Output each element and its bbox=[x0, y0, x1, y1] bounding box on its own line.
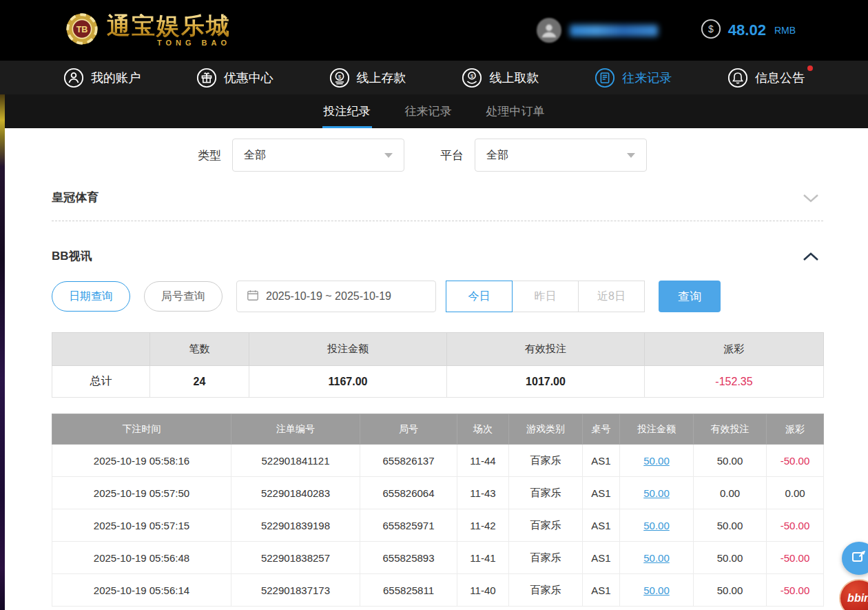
main-content: 类型 全部 平台 全部 皇冠体育 BB视讯 日期查询 局号查询 bbox=[0, 139, 868, 607]
detail-col-payout: 派彩 bbox=[767, 414, 824, 445]
logo-subtitle: TONG BAO bbox=[157, 39, 231, 47]
cell-round-no: 655826137 bbox=[360, 445, 457, 477]
sub-nav: 投注纪录 往来记录 处理中订单 bbox=[0, 94, 868, 128]
nav-item-my-account[interactable]: 我的账户 bbox=[63, 68, 141, 88]
balance-display[interactable]: $ 48.02 RMB bbox=[701, 19, 796, 42]
tab-bet-records[interactable]: 投注纪录 bbox=[322, 94, 372, 128]
cell-bet-amount: 50.00 bbox=[620, 477, 694, 509]
summary-col-blank bbox=[52, 333, 150, 366]
user-icon bbox=[63, 68, 84, 88]
summary-col-payout: 派彩 bbox=[645, 333, 824, 366]
total-label: 总计 bbox=[52, 366, 150, 398]
main-nav: 我的账户 优惠中心 $ 线上存款 bbox=[0, 61, 868, 94]
cell-bet-time: 2025-10-19 05:57:50 bbox=[52, 477, 231, 509]
date-range-input[interactable]: 2025-10-19 ~ 2025-10-19 bbox=[236, 281, 436, 312]
cell-session: 11-40 bbox=[457, 574, 509, 607]
tab-transaction-records[interactable]: 往来记录 bbox=[404, 94, 453, 128]
gift-icon bbox=[196, 68, 217, 88]
collapse-chevron-up-icon[interactable] bbox=[803, 252, 823, 261]
background-edge-strip bbox=[0, 94, 5, 610]
expand-chevron-down-icon[interactable] bbox=[803, 193, 823, 203]
today-button[interactable]: 今日 bbox=[446, 281, 513, 312]
cell-bet-time: 2025-10-19 05:56:48 bbox=[52, 542, 231, 574]
type-select[interactable]: 全部 bbox=[232, 139, 404, 172]
cell-round-no: 655825811 bbox=[360, 574, 457, 607]
summary-table: 笔数 投注金额 有效投注 派彩 总计 24 1167.00 1017.00 -1… bbox=[52, 332, 824, 398]
total-valid-bet: 1017.00 bbox=[447, 366, 645, 398]
nav-label: 线上存款 bbox=[357, 70, 406, 86]
section-title-crown: 皇冠体育 bbox=[52, 190, 99, 205]
bet-amount-link[interactable]: 50.00 bbox=[643, 552, 670, 564]
dollar-coin-icon: $ bbox=[701, 19, 721, 42]
date-range-value: 2025-10-19 ~ 2025-10-19 bbox=[266, 290, 391, 303]
cell-valid-bet: 50.00 bbox=[694, 574, 767, 607]
bet-amount-link[interactable]: 50.00 bbox=[643, 487, 670, 499]
search-button[interactable]: 查询 bbox=[659, 281, 721, 312]
quick-date-segment: 今日 昨日 近8日 bbox=[446, 281, 645, 312]
cell-payout: 0.00 bbox=[767, 477, 824, 509]
user-account-area[interactable] bbox=[537, 18, 658, 43]
detail-col-table-no: 桌号 bbox=[583, 414, 620, 445]
platform-select[interactable]: 全部 bbox=[475, 139, 647, 172]
cell-game-type: 百家乐 bbox=[509, 477, 583, 509]
svg-text:$: $ bbox=[338, 73, 341, 79]
table-row: 2025-10-19 05:57:50522901840283655826064… bbox=[52, 477, 824, 509]
date-query-button[interactable]: 日期查询 bbox=[52, 281, 130, 312]
cell-valid-bet: 50.00 bbox=[694, 509, 767, 542]
cell-table-no: AS1 bbox=[583, 542, 620, 574]
tab-label: 处理中订单 bbox=[486, 103, 545, 119]
user-avatar-icon[interactable] bbox=[537, 18, 561, 43]
summary-total-row: 总计 24 1167.00 1017.00 -152.35 bbox=[52, 366, 824, 398]
cell-session: 11-43 bbox=[457, 477, 509, 509]
chevron-down-icon bbox=[627, 153, 635, 158]
detail-table-head-row: 下注时间注单编号局号场次游戏类别桌号投注金额有效投注派彩 bbox=[52, 414, 824, 445]
cell-bet-amount: 50.00 bbox=[620, 509, 694, 542]
nav-item-announcements[interactable]: 信息公告 bbox=[727, 68, 805, 88]
cell-order-no: 522901839198 bbox=[231, 509, 360, 542]
cell-game-type: 百家乐 bbox=[509, 542, 583, 574]
platform-select-value: 全部 bbox=[486, 148, 508, 163]
type-label: 类型 bbox=[198, 148, 221, 163]
cell-round-no: 655825971 bbox=[360, 509, 457, 542]
cell-valid-bet: 0.00 bbox=[694, 477, 767, 509]
site-logo[interactable]: TB 通宝娱乐城 TONG BAO bbox=[65, 12, 231, 48]
cell-bet-time: 2025-10-19 05:57:15 bbox=[52, 509, 231, 542]
tab-label: 往来记录 bbox=[405, 103, 452, 119]
bet-amount-link[interactable]: 50.00 bbox=[643, 520, 670, 531]
cell-table-no: AS1 bbox=[583, 574, 620, 607]
section-title-bb: BB视讯 bbox=[52, 248, 92, 264]
cell-order-no: 522901838257 bbox=[231, 542, 360, 574]
type-select-value: 全部 bbox=[244, 148, 266, 163]
detail-col-bet-time: 下注时间 bbox=[52, 414, 231, 445]
withdraw-coin-icon: $ bbox=[462, 68, 482, 88]
cell-game-type: 百家乐 bbox=[509, 574, 583, 607]
cell-payout: -50.00 bbox=[767, 574, 824, 607]
yesterday-button[interactable]: 昨日 bbox=[512, 281, 579, 312]
transaction-records-icon bbox=[595, 68, 615, 88]
edit-chat-icon bbox=[851, 549, 867, 568]
cell-round-no: 655825893 bbox=[360, 542, 457, 574]
last8days-button[interactable]: 近8日 bbox=[578, 281, 645, 312]
round-query-button[interactable]: 局号查询 bbox=[144, 281, 223, 312]
bet-amount-link[interactable]: 50.00 bbox=[643, 455, 670, 467]
summary-col-valid-bet: 有效投注 bbox=[447, 333, 645, 366]
nav-item-records[interactable]: 往来记录 bbox=[595, 68, 672, 88]
filter-row: 类型 全部 平台 全部 bbox=[52, 139, 823, 172]
bell-icon bbox=[727, 68, 748, 88]
cell-bet-amount: 50.00 bbox=[620, 445, 694, 477]
nav-item-promotions[interactable]: 优惠中心 bbox=[196, 68, 273, 88]
deposit-coin-icon: $ bbox=[329, 68, 350, 88]
nav-item-deposit[interactable]: $ 线上存款 bbox=[329, 68, 406, 88]
summary-col-bet-amount: 投注金额 bbox=[249, 333, 447, 366]
calendar-icon bbox=[247, 289, 259, 304]
section-bb-video: BB视讯 bbox=[52, 241, 823, 272]
summary-header-row: 笔数 投注金额 有效投注 派彩 bbox=[52, 333, 824, 366]
nav-item-withdraw[interactable]: $ 线上取款 bbox=[462, 68, 539, 88]
tab-processing-orders[interactable]: 处理中订单 bbox=[485, 94, 546, 128]
nav-label: 线上取款 bbox=[489, 70, 539, 86]
query-bar: 日期查询 局号查询 2025-10-19 ~ 2025-10-19 今日 昨日 … bbox=[52, 281, 823, 312]
logo-title: 通宝娱乐城 bbox=[107, 14, 231, 37]
bet-amount-link[interactable]: 50.00 bbox=[643, 584, 670, 596]
table-row: 2025-10-19 05:57:15522901839198655825971… bbox=[52, 509, 824, 542]
cell-session: 11-42 bbox=[457, 509, 509, 542]
